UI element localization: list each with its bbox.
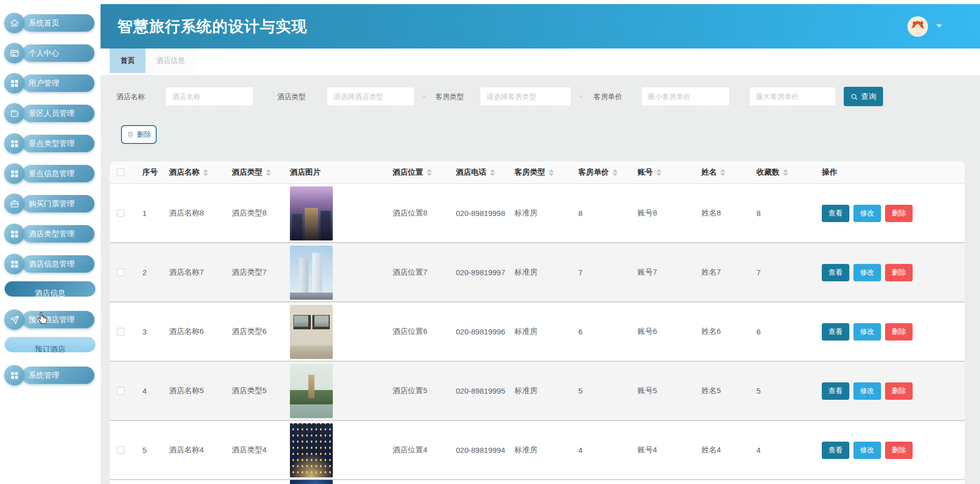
column-header-0 xyxy=(110,168,135,176)
column-header-8[interactable]: 客房单价 xyxy=(571,167,630,177)
sort-carets-icon[interactable] xyxy=(427,169,432,176)
search-icon xyxy=(850,93,858,101)
column-header-4: 酒店图片 xyxy=(283,167,385,177)
tab-1[interactable]: 酒店信息 xyxy=(145,49,195,73)
sort-carets-icon[interactable] xyxy=(266,169,271,176)
row-checkbox-cell xyxy=(110,328,135,335)
select-all-checkbox[interactable] xyxy=(117,168,125,176)
row-checkbox[interactable] xyxy=(117,387,125,395)
row-edit-button[interactable]: 修改 xyxy=(853,323,881,341)
hotel-image[interactable] xyxy=(290,364,333,418)
row-view-button[interactable]: 查看 xyxy=(822,442,849,459)
row-del-button[interactable]: 删除 xyxy=(885,382,913,400)
hotel-type-select[interactable] xyxy=(327,87,414,106)
row-del-button[interactable]: 删除 xyxy=(885,205,913,222)
hotel-image[interactable] xyxy=(290,246,333,300)
content-area: 酒店名称 酒店类型 客房类型 客房单价 查询 xyxy=(101,75,980,484)
cell-person: 姓名5 xyxy=(694,386,749,396)
sidebar-item-3[interactable]: 景区人员管理 xyxy=(22,105,94,122)
table-header-row: 序号酒店名称酒店类型酒店图片酒店位置酒店电话客房类型客房单价账号姓名收藏数操作 xyxy=(110,161,965,184)
column-header-label: 收藏数 xyxy=(756,167,779,177)
hotel-type-chevron-down-icon[interactable] xyxy=(421,93,428,100)
batch-delete-button[interactable]: 删除 xyxy=(121,125,157,144)
row-edit-button[interactable]: 修改 xyxy=(853,442,881,459)
column-header-3[interactable]: 酒店类型 xyxy=(225,167,283,177)
row-view-button[interactable]: 查看 xyxy=(822,205,849,222)
row-edit-button[interactable]: 修改 xyxy=(853,205,881,222)
app-header: 智慧旅行系统的设计与实现 xyxy=(101,4,980,49)
sidebar-item-10[interactable]: 预订酒店管理 xyxy=(22,311,94,328)
sort-carets-icon[interactable] xyxy=(490,169,495,176)
row-checkbox[interactable] xyxy=(117,328,125,335)
row-checkbox-cell xyxy=(110,387,135,395)
sidebar-item-2[interactable]: 用户管理 xyxy=(22,75,94,92)
sidebar-item-0[interactable]: 系统首页 xyxy=(22,14,94,32)
column-header-5[interactable]: 酒店位置 xyxy=(385,167,449,177)
column-header-label: 操作 xyxy=(822,167,837,177)
sidebar-item-6[interactable]: 购买门票管理 xyxy=(22,195,94,212)
row-del-button[interactable]: 删除 xyxy=(885,264,913,281)
sidebar-item-7[interactable]: 酒店类型管理 xyxy=(22,225,94,243)
sort-carets-icon[interactable] xyxy=(720,169,725,176)
sidebar-item-8[interactable]: 酒店信息管理 xyxy=(22,255,94,273)
row-edit-button[interactable]: 修改 xyxy=(853,382,881,400)
query-button[interactable]: 查询 xyxy=(844,87,883,106)
table-row: 2酒店名称7酒店类型7酒店位置7020-89819997标准房7账号7姓名77查… xyxy=(110,243,965,302)
column-header-label: 酒店名称 xyxy=(169,167,200,177)
column-header-11[interactable]: 收藏数 xyxy=(749,167,815,177)
column-header-9[interactable]: 账号 xyxy=(630,167,694,177)
hotel-image[interactable] xyxy=(290,305,333,359)
cell-no: 4 xyxy=(135,386,162,395)
row-edit-button[interactable]: 修改 xyxy=(853,264,881,281)
sidebar-subitem-11[interactable]: 预订酒店 xyxy=(5,337,95,352)
column-header-label: 酒店位置 xyxy=(393,167,423,177)
row-checkbox-cell xyxy=(110,446,135,454)
tab-0[interactable]: 首页 xyxy=(110,49,145,73)
hotel-name-input[interactable] xyxy=(165,87,254,106)
sidebar-item-label: 系统首页 xyxy=(29,18,59,28)
row-checkbox[interactable] xyxy=(117,209,125,217)
hotel-image[interactable] xyxy=(290,186,333,240)
sort-carets-icon[interactable] xyxy=(203,169,208,176)
hotel-image[interactable] xyxy=(290,423,333,477)
sidebar-subitem-9[interactable]: 酒店信息 xyxy=(5,281,95,297)
row-checkbox-cell xyxy=(110,209,135,217)
sort-carets-icon[interactable] xyxy=(612,169,618,176)
cell-phone: 020-89819995 xyxy=(449,386,507,395)
sort-carets-icon[interactable] xyxy=(783,169,788,176)
cell-price: 7 xyxy=(571,268,630,277)
row-del-button[interactable]: 删除 xyxy=(885,323,913,341)
sidebar-item-5[interactable]: 景点信息管理 xyxy=(22,165,94,182)
room-type-chevron-down-icon[interactable] xyxy=(577,93,584,100)
sidebar-item-12[interactable]: 系统管理 xyxy=(22,367,94,384)
sort-carets-icon[interactable] xyxy=(549,169,554,176)
column-header-6[interactable]: 酒店电话 xyxy=(449,167,507,177)
cell-favorites: 5 xyxy=(749,386,815,395)
column-header-7[interactable]: 客房类型 xyxy=(507,167,571,177)
cell-person: 姓名4 xyxy=(694,445,749,455)
sort-carets-icon[interactable] xyxy=(656,169,662,176)
sidebar-item-1[interactable]: 个人中心 xyxy=(22,44,94,62)
cell-price: 4 xyxy=(571,446,630,454)
avatar[interactable] xyxy=(908,16,928,37)
sidebar-item-4[interactable]: 景点类型管理 xyxy=(22,135,94,152)
price-max-input[interactable] xyxy=(749,87,836,106)
row-view-button[interactable]: 查看 xyxy=(822,382,849,400)
room-type-select[interactable] xyxy=(480,87,571,106)
column-header-10[interactable]: 姓名 xyxy=(694,167,749,177)
cell-location: 酒店位置7 xyxy=(385,268,449,277)
row-del-button[interactable]: 删除 xyxy=(885,442,913,459)
price-min-input[interactable] xyxy=(641,87,730,106)
row-checkbox[interactable] xyxy=(117,446,125,454)
row-view-button[interactable]: 查看 xyxy=(822,323,849,341)
actions-cell: 查看修改删除 xyxy=(815,205,965,222)
cell-favorites: 4 xyxy=(749,446,815,454)
avatar-dropdown-caret-icon[interactable] xyxy=(936,24,942,31)
row-checkbox[interactable] xyxy=(117,269,125,276)
column-header-2[interactable]: 酒店名称 xyxy=(162,167,225,177)
table-row: 5酒店名称4酒店类型4酒店位置4020-89819994标准房4账号4姓名44查… xyxy=(110,421,965,480)
column-header-label: 酒店图片 xyxy=(290,167,321,177)
row-view-button[interactable]: 查看 xyxy=(822,264,849,281)
main-area: 智慧旅行系统的设计与实现 首页酒店信息 酒店名称 酒店类型 xyxy=(101,0,980,484)
cell-name: 酒店名称6 xyxy=(162,327,225,336)
